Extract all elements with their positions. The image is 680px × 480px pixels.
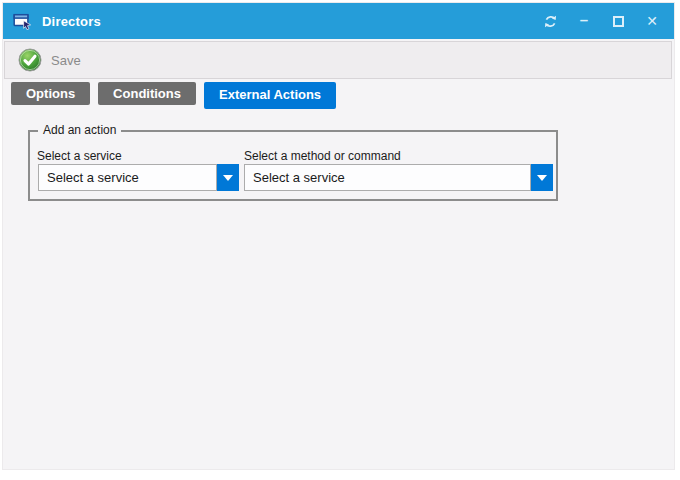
groupbox-legend: Add an action <box>38 123 121 137</box>
tab-external-actions[interactable]: External Actions <box>204 82 336 109</box>
form-window-icon <box>13 12 33 30</box>
save-label: Save <box>51 53 81 68</box>
toolbar: Save <box>4 41 672 79</box>
service-dropdown-button[interactable] <box>217 164 239 191</box>
service-label: Select a service <box>37 149 122 163</box>
tab-bar: Options Conditions External Actions <box>11 82 674 109</box>
dropdown-arrow-icon <box>223 175 233 181</box>
window-controls: – ✕ <box>538 9 674 33</box>
refresh-icon[interactable] <box>538 9 562 33</box>
tab-content: Add an action Select a service Select a … <box>3 109 674 469</box>
service-dropdown-value[interactable]: Select a service <box>38 164 217 191</box>
window-title: Directors <box>42 14 101 29</box>
method-label: Select a method or command <box>244 149 401 163</box>
directors-window: Directors – ✕ <box>2 2 675 470</box>
close-icon[interactable]: ✕ <box>640 9 664 33</box>
tab-options[interactable]: Options <box>11 82 90 105</box>
add-action-groupbox: Add an action Select a service Select a … <box>28 130 558 201</box>
save-check-icon <box>18 48 42 72</box>
save-button[interactable]: Save <box>18 48 81 72</box>
minimize-icon[interactable]: – <box>572 9 596 33</box>
dropdown-arrow-icon <box>537 175 547 181</box>
method-dropdown[interactable]: Select a service <box>244 164 553 191</box>
method-dropdown-button[interactable] <box>531 164 553 191</box>
maximize-icon[interactable] <box>606 9 630 33</box>
tab-conditions[interactable]: Conditions <box>98 82 196 105</box>
service-dropdown[interactable]: Select a service <box>38 164 239 191</box>
method-dropdown-value[interactable]: Select a service <box>244 164 531 191</box>
titlebar: Directors – ✕ <box>3 3 674 39</box>
